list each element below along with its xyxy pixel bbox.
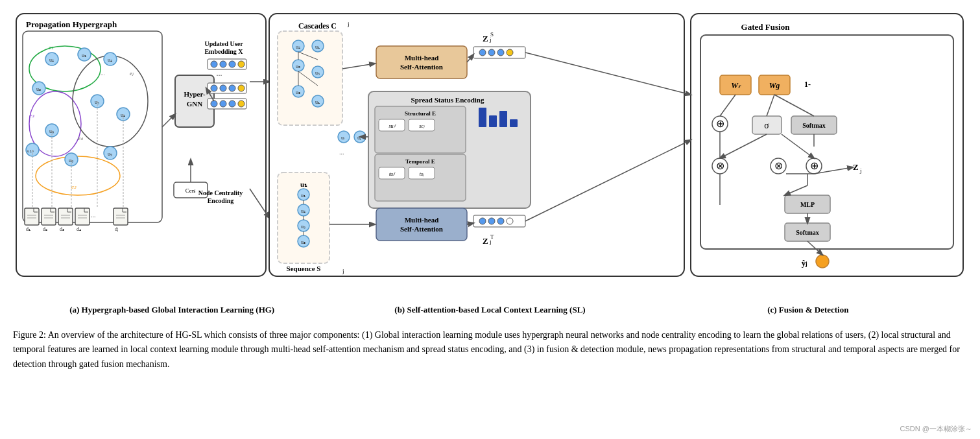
svg-point-78: [220, 101, 226, 107]
svg-text:u₂: u₂: [301, 208, 305, 214]
svg-text:Encoding: Encoding: [208, 197, 234, 204]
svg-text:Multi-head: Multi-head: [405, 216, 439, 224]
svg-text:u₅: u₅: [315, 70, 320, 76]
svg-text:Cenᵢ: Cenᵢ: [185, 187, 197, 194]
svg-text:e₃: e₃: [29, 112, 34, 119]
svg-text:Wg: Wg: [769, 81, 780, 90]
svg-text:eⱼ: eⱼ: [130, 70, 134, 77]
svg-text:u₂: u₂: [296, 64, 300, 69]
svg-text:Z: Z: [853, 162, 859, 172]
svg-point-119: [497, 49, 504, 56]
caption-b-text: (b) Self-attention-based Local Context L…: [394, 305, 585, 314]
svg-text:j: j: [342, 268, 344, 274]
main-figure: Propagation Hypergraph u₁ u₂ u₃ u: [13, 10, 967, 372]
svg-text:GNN: GNN: [187, 100, 203, 108]
svg-rect-46: [58, 208, 73, 225]
svg-text:Softmax: Softmax: [802, 122, 826, 129]
svg-text:d₂: d₂: [43, 226, 47, 232]
svg-rect-160: [376, 208, 467, 241]
svg-text:Hyper-: Hyper-: [184, 90, 206, 98]
svg-text:σ: σ: [764, 121, 769, 130]
svg-text:d₁: d₁: [26, 226, 30, 232]
svg-rect-42: [42, 208, 56, 225]
svg-text:u₁: u₁: [82, 53, 86, 58]
svg-text:Multi-head: Multi-head: [405, 54, 439, 62]
svg-point-77: [211, 101, 217, 107]
svg-point-67: [220, 61, 226, 67]
svg-text:scⱼ: scⱼ: [419, 123, 425, 129]
caption-a-text: (a) Hypergraph-based Global Interaction …: [69, 305, 274, 314]
svg-text:u₁: u₁: [300, 180, 307, 188]
svg-text:···: ···: [339, 150, 344, 158]
caption-b: (b) Self-attention-based Local Context L…: [331, 305, 649, 315]
svg-text:u₃: u₃: [301, 239, 305, 245]
svg-text:u₄: u₄: [108, 57, 112, 63]
svg-text:Updated User: Updated User: [204, 40, 243, 47]
svg-rect-38: [25, 208, 39, 225]
caption-a: (a) Hypergraph-based Global Interaction …: [13, 305, 331, 315]
svg-text:u₅: u₅: [301, 224, 305, 230]
svg-point-118: [488, 49, 495, 56]
svg-text:e₂: e₂: [71, 184, 77, 190]
svg-text:Self-Attention: Self-Attention: [400, 63, 443, 71]
svg-text:u₃: u₃: [36, 86, 41, 92]
svg-text:u₂: u₂: [296, 44, 300, 50]
svg-rect-176: [700, 35, 953, 249]
svg-text:j: j: [859, 167, 862, 174]
svg-text:Self-Attention: Self-Attention: [400, 225, 443, 233]
svg-text:ŷⱼ: ŷⱼ: [802, 258, 808, 268]
svg-rect-109: [376, 46, 467, 78]
svg-point-66: [211, 61, 217, 67]
svg-point-168: [479, 218, 486, 224]
svg-text:uⱼ: uⱼ: [357, 135, 361, 141]
svg-point-170: [497, 218, 504, 224]
svg-text:Structural E: Structural E: [405, 110, 436, 117]
svg-text:S: S: [490, 31, 494, 38]
svg-point-72: [211, 85, 217, 91]
svg-text:...: ...: [101, 70, 105, 77]
svg-text:uᵢ: uᵢ: [341, 135, 344, 141]
svg-text:⊗: ⊗: [716, 160, 724, 171]
figure-caption-prefix: Figure 2:: [13, 330, 46, 340]
svg-text:Wᵣ: Wᵣ: [731, 81, 741, 90]
svg-point-169: [488, 218, 495, 224]
svg-text:u₃: u₃: [296, 89, 300, 95]
caption-row: (a) Hypergraph-based Global Interaction …: [13, 305, 967, 315]
svg-text:MLP: MLP: [800, 201, 815, 208]
svg-text:d₃: d₃: [60, 226, 64, 232]
svg-text:Spread Status Encoding: Spread Status Encoding: [411, 96, 484, 104]
svg-point-120: [507, 49, 513, 56]
svg-text:Gated Fusion: Gated Fusion: [741, 22, 791, 32]
svg-point-79: [229, 101, 235, 107]
svg-rect-136: [479, 108, 486, 127]
svg-point-73: [220, 85, 226, 91]
svg-text:d₄: d₄: [77, 226, 81, 232]
svg-text:Embedding X: Embedding X: [204, 48, 243, 55]
svg-point-69: [238, 61, 245, 67]
svg-text:1-: 1-: [804, 80, 811, 89]
svg-point-201: [816, 255, 829, 268]
svg-point-117: [479, 49, 486, 56]
svg-text:Propagation Hypergraph: Propagation Hypergraph: [26, 19, 117, 29]
svg-point-68: [229, 61, 235, 67]
figure-caption-text: An overview of the architecture of HG-SL…: [13, 330, 960, 369]
svg-text:Sequence S: Sequence S: [287, 265, 321, 272]
svg-rect-138: [499, 111, 507, 127]
svg-rect-55: [114, 208, 128, 225]
watermark: CSDN @一本糊涂张～: [900, 424, 972, 434]
caption-c: (c) Fusion & Detection: [649, 305, 967, 315]
svg-text:···: ···: [91, 213, 96, 220]
figure-caption: Figure 2: An overview of the architectur…: [13, 328, 960, 372]
svg-text:tsⱼ: tsⱼ: [420, 171, 424, 177]
svg-text:Z: Z: [483, 34, 488, 43]
svg-point-75: [238, 85, 245, 91]
svg-text:e₄: e₄: [78, 135, 83, 141]
svg-text:Softmax: Softmax: [796, 229, 819, 236]
svg-rect-92: [278, 31, 342, 125]
svg-text:···: ···: [217, 71, 222, 80]
svg-rect-50: [75, 208, 90, 225]
svg-point-80: [238, 101, 245, 107]
svg-text:⊕: ⊕: [810, 160, 819, 171]
svg-point-74: [229, 85, 235, 91]
svg-text:u₁: u₁: [301, 193, 305, 198]
